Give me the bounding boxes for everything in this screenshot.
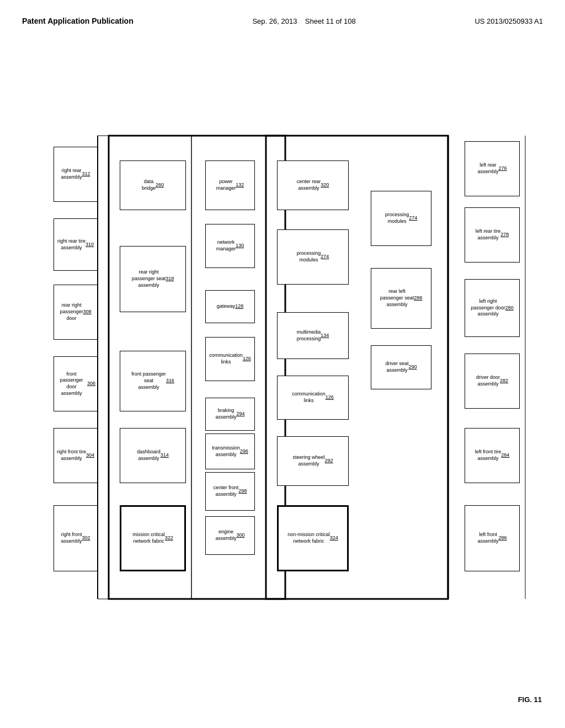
component-box-b31: driver doorassembly 282 xyxy=(465,354,520,409)
header-publication: Patent Application Publication xyxy=(22,17,134,25)
component-box-b26: driver seatassembly 290 xyxy=(371,345,431,389)
component-box-b13: center frontassembly 298 xyxy=(205,472,255,511)
component-box-b21: steering wheelassembly 292 xyxy=(277,436,349,486)
header-patent-number: US 2013/0250933 A1 xyxy=(475,17,543,25)
component-box-b12: engineassembly 300 xyxy=(205,516,255,555)
component-box-b7: mission criticalnetwork fabric 322 xyxy=(120,505,186,571)
fig-label: FIG. 11 xyxy=(518,695,542,704)
component-box-b22: communicationlinks 126 xyxy=(277,376,349,420)
component-box-b19: powermanager 132 xyxy=(205,160,255,210)
component-box-b4: rear rightpassengerdoor 308 xyxy=(54,285,98,340)
component-box-b11: databridge 260 xyxy=(120,160,186,210)
component-box-b18: networkmanager 130 xyxy=(205,224,255,268)
component-box-b8: dashboardassembly 314 xyxy=(120,428,186,483)
component-box-b33: left rear tireassembly 278 xyxy=(465,207,520,263)
component-box-b32: left rightpassenger doorassembly 280 xyxy=(465,279,520,337)
component-box-b6: right rearassembly 312 xyxy=(54,147,98,202)
page: Patent Application Publication Sep. 26, … xyxy=(0,0,565,728)
component-box-b14: transmissionassembly 296 xyxy=(205,433,255,469)
component-box-b34: left rearassembly 276 xyxy=(465,141,520,196)
component-box-b25: center rearassembly 320 xyxy=(277,160,349,210)
component-box-b20: non-mission criticalnetwork fabric 324 xyxy=(277,505,349,571)
component-box-b28: processingmodules 274 xyxy=(371,191,431,246)
component-box-b30: left front tireassembly 284 xyxy=(465,428,520,483)
component-box-b27: rear leftpassenger seatassembly 288 xyxy=(371,268,431,329)
component-box-b1: right frontassembly 302 xyxy=(54,505,98,571)
component-box-b15: brakingassembly 294 xyxy=(205,398,255,431)
component-box-b2: right front tireassembly 304 xyxy=(54,428,98,483)
component-box-b23: multimediaprocessing 134 xyxy=(277,312,349,359)
component-box-b16: communicationlinks 126 xyxy=(205,337,255,381)
component-box-b17: gateway 128 xyxy=(205,290,255,323)
component-box-b29: left frontassembly 286 xyxy=(465,505,520,571)
component-box-b24: processingmodules 274 xyxy=(277,229,349,285)
component-box-b3: front passengerdoorassembly 306 xyxy=(54,356,98,411)
component-box-b10: rear rightpassenger seatassembly 318 xyxy=(120,246,186,312)
header-date-sheet: Sep. 26, 2013 Sheet 11 of 108 xyxy=(252,17,355,25)
header: Patent Application Publication Sep. 26, … xyxy=(22,11,543,36)
diagram: right frontassembly 302right front tirea… xyxy=(23,53,542,687)
component-box-b5: right rear tireassembly 310 xyxy=(54,218,98,271)
component-box-b9: front passengerseatassembly 316 xyxy=(120,351,186,411)
